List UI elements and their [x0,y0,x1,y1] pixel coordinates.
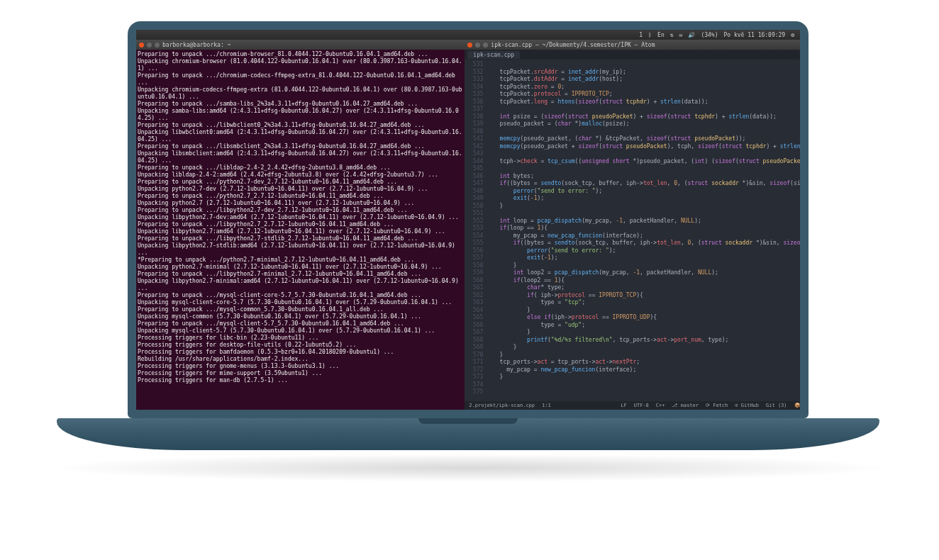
maximize-icon[interactable] [483,43,488,47]
status-eol[interactable]: LF [621,403,626,408]
status-encoding[interactable]: UTF-8 [634,403,649,408]
atom-tab[interactable]: ipk-scan.cpp [467,51,520,59]
system-menubar: 1 ᛒ En ⇅ ✉ 🔊 (34%) Po kvě 11 16:09:29 ⚙ [136,30,800,40]
notification-badge[interactable]: 1 [639,32,643,38]
close-icon[interactable] [467,43,472,47]
gear-icon[interactable]: ⚙ [791,32,794,38]
status-branch[interactable]: ⎇ master [672,403,699,408]
terminal-window: barborka@barborka: ~ Preparing to unpack… [136,40,465,410]
battery-label[interactable]: (34%) [701,32,718,38]
atom-titlebar[interactable]: ipk-scan.cpp — ~/Dokumenty/4.semester/IP… [465,40,800,50]
atom-tabbar: ipk-scan.cpp [465,50,800,60]
line-gutter: 5315325335345355365375385395405415425435… [465,60,486,401]
status-lang[interactable]: C++ [656,403,665,408]
atom-title: ipk-scan.cpp — ~/Dokumenty/4.semester/IP… [491,42,655,48]
laptop-frame: 1 ᛒ En ⇅ ✉ 🔊 (34%) Po kvě 11 16:09:29 ⚙ … [128,21,809,418]
status-path[interactable]: 2.projekt/ipk-scan.cpp [469,403,535,408]
laptop-base [57,418,879,450]
workspace: barborka@barborka: ~ Preparing to unpack… [136,40,800,410]
terminal-title: barborka@barborka: ~ [162,42,230,48]
status-fetch[interactable]: ⟳ Fetch [706,403,728,408]
screen: 1 ᛒ En ⇅ ✉ 🔊 (34%) Po kvě 11 16:09:29 ⚙ … [136,30,800,410]
terminal-body[interactable]: Preparing to unpack .../chromium-browser… [136,50,465,410]
minimize-icon[interactable] [147,43,152,47]
laptop-shadow [43,454,894,482]
close-icon[interactable] [139,43,144,47]
atom-statusbar: 2.projekt/ipk-scan.cpp 1:1 LF UTF-8 C++ … [465,401,800,410]
maximize-icon[interactable] [155,43,160,47]
status-git[interactable]: Git (3) [766,403,787,408]
minimize-icon[interactable] [475,43,480,47]
status-github[interactable]: ⊙ GitHub [735,403,759,408]
atom-window: ipk-scan.cpp — ~/Dokumenty/4.semester/IP… [465,40,800,410]
bluetooth-icon[interactable]: ᛒ [648,32,652,38]
keyboard-lang[interactable]: En [657,32,665,38]
terminal-titlebar[interactable]: barborka@barborka: ~ [136,40,465,50]
atom-editor[interactable]: 5315325335345355365375385395405415425435… [465,60,800,401]
volume-icon[interactable]: 🔊 [688,32,695,38]
mail-icon[interactable]: ✉ [679,32,683,38]
code-area[interactable]: tcpPacket.srcAddr = inet_addr(my_ip); tc… [486,60,800,401]
clock[interactable]: Po kvě 11 16:09:29 [723,32,785,38]
status-cursor[interactable]: 1:1 [542,403,551,408]
status-updates[interactable]: 📦 5 updates [794,403,800,408]
network-icon[interactable]: ⇅ [670,32,674,38]
